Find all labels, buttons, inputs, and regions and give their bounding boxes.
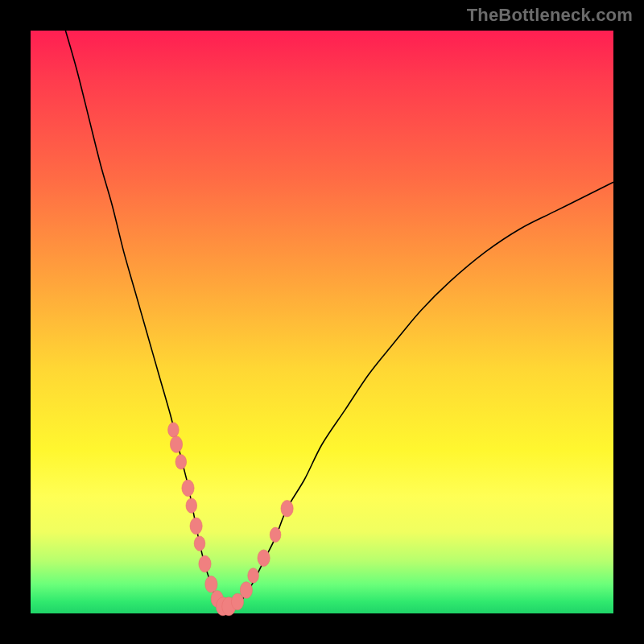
- zone-dot: [175, 455, 187, 469]
- zone-dot: [270, 527, 281, 542]
- zone-dot: [205, 576, 217, 593]
- plot-area: [31, 31, 613, 613]
- bottleneck-curve: [65, 31, 613, 609]
- curve-svg: [31, 31, 613, 613]
- zone-dots-group: [168, 423, 294, 616]
- zone-dot: [194, 536, 205, 551]
- zone-dot: [248, 568, 259, 583]
- zone-dot: [199, 555, 211, 572]
- zone-dot: [170, 436, 182, 453]
- chart-frame: TheBottleneck.com: [0, 0, 644, 644]
- zone-dot: [168, 423, 180, 437]
- zone-dot: [258, 550, 270, 567]
- zone-dot: [186, 498, 197, 513]
- watermark-text: TheBottleneck.com: [467, 5, 633, 26]
- zone-dot: [190, 518, 202, 535]
- zone-dot: [281, 500, 293, 517]
- zone-dot: [182, 480, 194, 497]
- zone-dot: [240, 582, 252, 599]
